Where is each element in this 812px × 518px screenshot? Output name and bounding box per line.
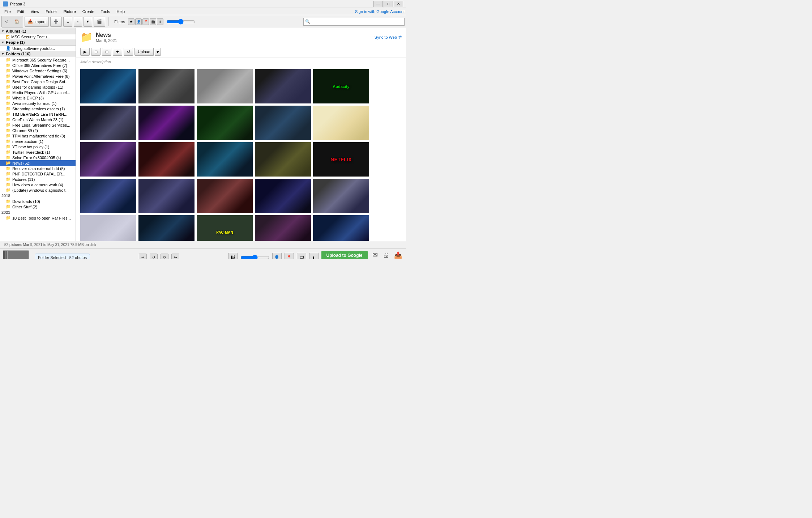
sidebar-item-7[interactable]: 📁 What is DHCP (3)	[0, 95, 76, 101]
sidebar-item-11[interactable]: 📁 OnePlus Watch March 23 (1)	[0, 117, 76, 122]
sidebar-item-17[interactable]: 📁 Twitter Tweetdeck (1)	[0, 149, 76, 155]
photo-thumb-2[interactable]	[197, 69, 253, 103]
import-button[interactable]: 📥 Import	[25, 17, 49, 27]
photo-thumb-9[interactable]	[313, 106, 369, 140]
sidebar-section-folders[interactable]: ▼ Folders (116)	[0, 51, 76, 57]
upload-button[interactable]: Upload	[134, 48, 154, 56]
search-input[interactable]	[310, 20, 403, 24]
menu-edit[interactable]: Edit	[14, 9, 27, 14]
sidebar-item-16[interactable]: 📁 YT new tax policy (1)	[0, 144, 76, 149]
location-btn[interactable]: 📍	[285, 253, 294, 259]
menu-help[interactable]: Help	[114, 9, 128, 14]
sidebar-item-6[interactable]: 📁 Media Players With GPU accel...	[0, 90, 76, 95]
menu-file[interactable]: File	[1, 9, 14, 14]
more-button[interactable]: ▾	[84, 17, 92, 27]
menu-folder[interactable]: Folder	[43, 9, 60, 14]
star-button[interactable]: ★	[113, 48, 122, 56]
maximize-button[interactable]: □	[384, 1, 393, 7]
filter-location[interactable]: 📍	[142, 18, 149, 25]
list-view-button[interactable]: ≡	[63, 17, 72, 27]
sidebar-item-3[interactable]: 📁 PowerPoint Alternatives Free (8)	[0, 73, 76, 79]
sidebar-item-8[interactable]: 📁 Avira security for mac (1)	[0, 101, 76, 106]
home-button[interactable]: 🏠	[12, 17, 22, 27]
back-button[interactable]: ◁	[2, 17, 11, 27]
photo-thumb-24[interactable]	[313, 215, 369, 241]
photo-thumb-17[interactable]	[197, 179, 253, 213]
tags-btn[interactable]: 🏷	[297, 253, 306, 259]
sidebar-item-10[interactable]: 📁 TIM BERNERS LEE INTERN...	[0, 111, 76, 117]
sidebar-item-23[interactable]: 📁 How does a camera work (4)	[0, 182, 76, 187]
photo-thumb-3[interactable]	[255, 69, 311, 103]
play-button[interactable]: ▶	[80, 48, 90, 56]
photo-thumb-23[interactable]	[255, 215, 311, 241]
sidebar-item-albums-sub[interactable]: 🖼 MSC Security Featu...	[0, 34, 76, 39]
sidebar-item-18[interactable]: 📁 Solve Error 0x80004005 (4)	[0, 155, 76, 160]
sidebar-item-2[interactable]: 📁 Windows Defender Settings (6)	[0, 68, 76, 73]
sidebar-item-rar[interactable]: 📁 10 Best Tools to open Rar Files...	[0, 215, 76, 221]
close-button[interactable]: ✕	[394, 1, 403, 7]
sidebar-section-people[interactable]: ▼ People (1)	[0, 39, 76, 46]
add-button[interactable]: ➕	[50, 17, 62, 27]
prev-button[interactable]: ↩	[139, 254, 147, 259]
email-action[interactable]: ✉ Email	[371, 251, 380, 259]
sidebar-item-12[interactable]: 📁 Free Legal Streaming Services...	[0, 122, 76, 128]
photo-thumb-4[interactable]: Audacity	[313, 69, 369, 103]
menu-create[interactable]: Create	[80, 9, 97, 14]
sidebar-item-24[interactable]: 📁 (Update) windows diagnostic t...	[0, 187, 76, 193]
size-slider[interactable]	[240, 255, 269, 259]
sidebar-section-albums[interactable]: ▼ Albums (1)	[0, 28, 76, 34]
sidebar-item-9[interactable]: 📁 Streaming services oscars (1)	[0, 106, 76, 111]
next-button[interactable]: ↪	[171, 254, 179, 259]
filter-slider[interactable]	[166, 19, 195, 25]
sidebar-item-15[interactable]: 📁 meme auction (1)	[0, 139, 76, 144]
description-area[interactable]: Add a description	[76, 58, 406, 66]
title-bar-controls[interactable]: — □ ✕	[373, 1, 403, 7]
filter-upload[interactable]: ⬆	[157, 18, 163, 25]
slideshow-button[interactable]: ⊞	[91, 48, 101, 56]
sidebar-item-4[interactable]: 📁 Best Free Graphic Design Sof...	[0, 79, 76, 84]
photo-thumb-5[interactable]	[80, 106, 136, 140]
signin-link[interactable]: Sign in with Google Account	[355, 9, 405, 14]
photo-thumb-14[interactable]: NETFLIX	[313, 142, 369, 177]
photo-thumb-7[interactable]	[197, 106, 253, 140]
filter-star[interactable]: ★	[128, 18, 134, 25]
sidebar-item-13[interactable]: 📁 Chrome 89 (2)	[0, 128, 76, 133]
sidebar-item-news[interactable]: 📂 News (52)	[0, 160, 76, 166]
info-btn[interactable]: ℹ	[309, 253, 319, 259]
sync-button[interactable]: Sync to Web ⇄	[375, 35, 402, 39]
sidebar-item-0[interactable]: 📁 Microsoft 365 Security Feature...	[0, 57, 76, 63]
undo-button[interactable]: ↺	[150, 254, 158, 259]
photo-thumb-6[interactable]	[138, 106, 195, 140]
print-action[interactable]: 🖨 Print	[383, 251, 390, 259]
export-action[interactable]: 📤 Export	[393, 251, 403, 259]
sidebar-item-20[interactable]: 📁 Recover data external hdd (5)	[0, 166, 76, 171]
sidebar-item-people-sub[interactable]: 👤 Using software youtub...	[0, 46, 76, 51]
photo-thumb-21[interactable]	[138, 215, 195, 241]
sidebar-item-otherstuff[interactable]: 📁 Other Stuff (2)	[0, 204, 76, 209]
photo-thumb-20[interactable]	[80, 215, 136, 241]
upload-google-button[interactable]: Upload to GooglePhotos	[321, 251, 368, 259]
photo-thumb-8[interactable]	[255, 106, 311, 140]
minimize-button[interactable]: —	[373, 1, 383, 7]
sidebar-item-21[interactable]: 📁 PNP DETECTED FATAL ER...	[0, 171, 76, 177]
sidebar-item-14[interactable]: 📁 TPM has malfucntioned fic (8)	[0, 133, 76, 139]
photo-thumb-1[interactable]	[138, 69, 195, 103]
sidebar-item-5[interactable]: 📁 Uses for gaming laptops (11)	[0, 84, 76, 90]
photo-thumb-16[interactable]	[138, 179, 195, 213]
sort-button[interactable]: ↕	[74, 17, 82, 27]
filter-face[interactable]: 👤	[135, 18, 142, 25]
sidebar-item-downloads[interactable]: 📁 Downloads (10)	[0, 199, 76, 204]
rotate-button[interactable]: ↺	[124, 48, 133, 56]
people-btn[interactable]: 👤	[272, 253, 282, 259]
upload-dropdown-button[interactable]: ▾	[155, 48, 161, 56]
add-to-album-btn[interactable]: 🖼	[228, 253, 238, 259]
grid-button[interactable]: ⊟	[102, 48, 111, 56]
photo-thumb-10[interactable]	[80, 142, 136, 177]
face-movie-button[interactable]: 🎬	[94, 17, 105, 27]
filter-movie[interactable]: 🎬	[150, 18, 156, 25]
photo-thumb-11[interactable]	[138, 142, 195, 177]
photo-thumb-18[interactable]	[255, 179, 311, 213]
sidebar-item-1[interactable]: 📁 Office 365 Alternatives Free (7)	[0, 63, 76, 68]
photo-thumb-12[interactable]	[197, 142, 253, 177]
menu-tools[interactable]: Tools	[98, 9, 113, 14]
